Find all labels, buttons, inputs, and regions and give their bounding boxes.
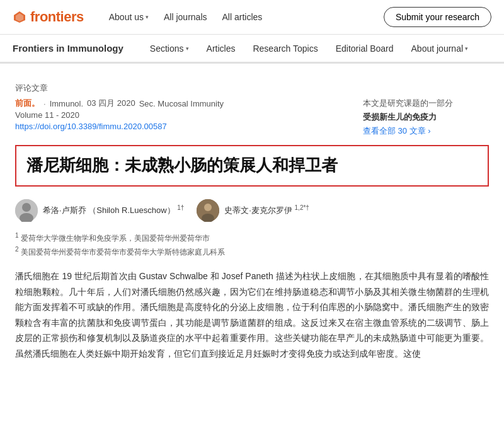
affiliation-1: 1 爱荷华大学微生物学和免疫学系，美国爱荷华州爱荷华市 bbox=[15, 231, 489, 245]
affiliations: 1 爱荷华大学微生物学和免疫学系，美国爱荷华州爱荷华市 2 美国爱荷华州爱荷华市… bbox=[15, 231, 489, 258]
article-type: 评论文章 bbox=[15, 83, 489, 94]
frontiers-logo-icon bbox=[13, 10, 26, 24]
secondary-nav-links: Sections ▾ Articles Research Topics Edit… bbox=[141, 34, 491, 62]
author-1-name[interactable]: 希洛·卢斯乔 （Shiloh R.Lueschow） 1† bbox=[43, 204, 184, 216]
author-1-avatar bbox=[15, 199, 38, 222]
affiliation-2: 2 美国爱荷华州爱荷华市爱荷华市爱荷华大学斯特德家庭儿科系 bbox=[15, 245, 489, 258]
author-block-1: 希洛·卢斯乔 （Shiloh R.Lueschow） 1† bbox=[15, 199, 184, 222]
research-topic-label: 本文是研究课题的一部分 bbox=[363, 98, 489, 109]
research-topics-link[interactable]: Research Topics bbox=[244, 34, 326, 62]
article-section: Sec. Mucosal Immunity bbox=[139, 99, 224, 108]
authors-section: 希洛·卢斯乔 （Shiloh R.Lueschow） 1† 史蒂文·麦克尔罗伊 … bbox=[15, 199, 489, 222]
volume-line: Volume 11 - 2020 bbox=[15, 110, 344, 120]
sections-link[interactable]: Sections ▾ bbox=[141, 34, 198, 62]
author-2-name[interactable]: 史蒂文·麦克尔罗伊 1,2*† bbox=[224, 204, 309, 216]
journal-full: Immunol. bbox=[50, 99, 83, 108]
journal-title: Frontiers in Immunology bbox=[13, 43, 123, 54]
top-nav-links: About us ▾ All journals All articles bbox=[103, 8, 384, 26]
research-topic-link[interactable]: 查看全部 30 文章 › bbox=[363, 125, 489, 137]
about-journal-chevron-icon: ▾ bbox=[465, 45, 468, 52]
journal-abbr[interactable]: 前面。 bbox=[15, 98, 40, 109]
about-us-link[interactable]: About us ▾ bbox=[103, 8, 155, 26]
author-2-avatar bbox=[197, 199, 219, 222]
svg-point-3 bbox=[22, 203, 31, 212]
doi-line: https://doi.org/10.3389/fimmu.2020.00587 bbox=[15, 122, 344, 131]
meta-line: 前面。 · Immunol. 03 四月 2020 Sec. Mucosal I… bbox=[15, 98, 344, 109]
research-topic-box: 本文是研究课题的一部分 受损新生儿的免疫力 查看全部 30 文章 › bbox=[363, 98, 489, 137]
article-top-grid: 前面。 · Immunol. 03 四月 2020 Sec. Mucosal I… bbox=[15, 98, 489, 137]
research-topic-title: 受损新生儿的免疫力 bbox=[363, 112, 489, 123]
doi-link[interactable]: https://doi.org/10.3389/fimmu.2020.00587 bbox=[15, 122, 167, 131]
svg-point-6 bbox=[204, 204, 212, 211]
all-journals-link[interactable]: All journals bbox=[158, 8, 213, 26]
about-us-chevron-icon: ▾ bbox=[146, 14, 149, 20]
logo-text: frontiers bbox=[30, 9, 84, 25]
logo[interactable]: frontiers bbox=[13, 9, 84, 25]
articles-link[interactable]: Articles bbox=[198, 34, 244, 62]
article-title-box: 潘尼斯细胞：未成熟小肠的策展人和捍卫者 bbox=[15, 145, 489, 187]
article-date: 03 四月 2020 bbox=[87, 98, 135, 109]
article-body: 潘氏细胞在 19 世纪后期首次由 Gustav Schwalbe 和 Josef… bbox=[15, 268, 489, 361]
main-content: 评论文章 前面。 · Immunol. 03 四月 2020 Sec. Muco… bbox=[0, 70, 504, 376]
article-meta-left: 前面。 · Immunol. 03 四月 2020 Sec. Mucosal I… bbox=[15, 98, 344, 137]
article-title: 潘尼斯细胞：未成熟小肠的策展人和捍卫者 bbox=[26, 155, 478, 176]
author-1-avatar-icon bbox=[15, 199, 38, 222]
author-block-2: 史蒂文·麦克尔罗伊 1,2*† bbox=[197, 199, 309, 222]
author-2-avatar-icon bbox=[197, 199, 219, 222]
nav-separator bbox=[0, 63, 504, 64]
top-navigation: frontiers About us ▾ All journals All ar… bbox=[0, 0, 504, 35]
all-articles-link[interactable]: All articles bbox=[216, 8, 269, 26]
secondary-navigation: Frontiers in Immunology Sections ▾ Artic… bbox=[0, 35, 504, 63]
sections-chevron-icon: ▾ bbox=[186, 45, 189, 52]
about-journal-link[interactable]: About journal ▾ bbox=[403, 34, 478, 62]
submit-research-button[interactable]: Submit your research bbox=[384, 7, 491, 27]
editorial-board-link[interactable]: Editorial Board bbox=[327, 34, 403, 62]
